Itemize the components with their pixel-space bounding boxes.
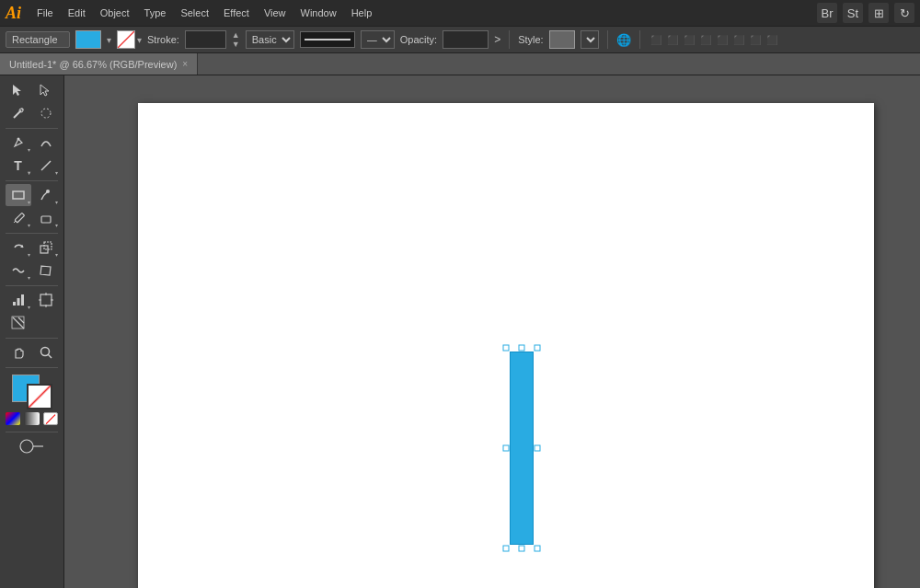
slice-tool-row [2, 312, 62, 334]
separator3 [639, 30, 640, 49]
align-bottom-icon[interactable]: ⬛ [731, 33, 746, 47]
distribute-v-icon[interactable]: ⬛ [765, 33, 779, 47]
left-toolbar: ▾ T ▾ ▾ ▾ ▾ [0, 75, 64, 588]
stroke-color-square-2[interactable] [27, 384, 52, 409]
stroke-color-swatch[interactable] [117, 30, 135, 49]
color-mode-gradient[interactable] [24, 412, 39, 425]
paintbrush-tool[interactable]: ▾ [33, 184, 59, 206]
align-center-h-icon[interactable]: ⬛ [665, 33, 680, 47]
pen-tool-row: ▾ [2, 132, 62, 154]
globe-icon[interactable]: 🌐 [616, 33, 631, 47]
rotate-tool[interactable]: ▾ [6, 236, 31, 259]
stock-button[interactable]: St [843, 3, 863, 23]
hand-tool[interactable] [6, 341, 31, 363]
svg-point-27 [20, 440, 33, 453]
menu-type[interactable]: Type [138, 5, 173, 21]
warp-distort-row: ▾ [2, 259, 62, 282]
toolbar-separator-3 [6, 233, 58, 234]
fill-dropdown-arrow[interactable]: ▾ [107, 35, 111, 45]
more-options-button[interactable]: > [494, 33, 500, 46]
handle-bottom-left[interactable] [503, 546, 510, 552]
symbol-sprayer-tool[interactable] [19, 435, 45, 457]
align-right-icon[interactable]: ⬛ [682, 33, 696, 47]
scale-tool[interactable]: ▾ [33, 236, 59, 259]
type-tool[interactable]: T ▾ [6, 155, 31, 177]
style-label: Style: [518, 34, 544, 45]
titlebar-right: Br St ⊞ ↻ [817, 3, 914, 23]
rectangle-tool[interactable]: ▾ [6, 184, 31, 206]
pencil-tool[interactable]: ▾ [6, 207, 31, 229]
svg-point-4 [41, 109, 51, 118]
tab-bar: Untitled-1* @ 66.67% (RGB/Preview) × [0, 53, 920, 75]
style-preview[interactable] [549, 30, 575, 49]
distribute-h-icon[interactable]: ⬛ [748, 33, 763, 47]
handle-top-left[interactable] [503, 345, 510, 352]
type-tool-row: T ▾ ▾ [2, 155, 62, 177]
color-squares[interactable] [12, 375, 52, 409]
svg-point-8 [46, 190, 50, 193]
toolbar-separator-5 [6, 338, 58, 339]
sync-icon[interactable]: ↻ [894, 3, 914, 23]
tab-close-button[interactable]: × [182, 59, 188, 69]
tab-untitled1[interactable]: Untitled-1* @ 66.67% (RGB/Preview) × [0, 53, 198, 75]
tool-name-display: Rectangle [6, 31, 70, 48]
pen-tool[interactable]: ▾ [6, 132, 31, 154]
free-distort-tool[interactable] [33, 259, 59, 282]
stroke-stepper[interactable]: ▲▼ [232, 30, 240, 49]
bridge-button[interactable]: Br [817, 3, 837, 23]
handle-bottom-center[interactable] [519, 546, 525, 552]
selected-shape-container[interactable] [510, 352, 534, 545]
selection-tool[interactable] [6, 79, 31, 101]
pencil-eraser-row: ▾ ▾ [2, 207, 62, 229]
handle-top-center[interactable] [519, 345, 525, 352]
opacity-input[interactable]: 100% [443, 30, 489, 49]
zoom-tool[interactable] [33, 341, 59, 363]
svg-rect-7 [13, 191, 24, 199]
app-logo: Ai [6, 4, 21, 23]
empty-slot [33, 312, 59, 334]
align-left-icon[interactable]: ⬛ [649, 33, 663, 47]
magic-wand-tool[interactable] [6, 102, 31, 124]
curvature-tool[interactable] [33, 132, 59, 154]
menu-view[interactable]: View [258, 5, 293, 21]
handle-bottom-right[interactable] [535, 546, 541, 552]
shape-tool-row: ▾ ▾ [2, 184, 62, 206]
artboard-tool[interactable] [33, 289, 59, 311]
style-dropdown[interactable]: ▾ [581, 30, 599, 49]
lasso-tool[interactable] [33, 102, 59, 124]
svg-point-5 [17, 138, 19, 141]
direct-selection-tool[interactable] [33, 79, 59, 101]
svg-line-10 [14, 221, 16, 223]
handle-mid-right[interactable] [535, 445, 541, 452]
menu-edit[interactable]: Edit [62, 5, 92, 21]
grid-icon[interactable]: ⊞ [868, 3, 889, 23]
align-top-icon[interactable]: ⬛ [698, 33, 713, 47]
separator1 [509, 30, 510, 49]
align-center-v-icon[interactable]: ⬛ [715, 33, 730, 47]
stroke-value-input[interactable] [185, 30, 226, 49]
canvas-area[interactable] [64, 75, 920, 588]
stroke-style-dropdown[interactable]: Basic [246, 30, 294, 49]
color-mode-color[interactable] [6, 412, 20, 425]
warp-tool[interactable]: ▾ [6, 259, 31, 282]
eraser-tool[interactable]: ▾ [33, 207, 59, 229]
menu-help[interactable]: Help [345, 5, 379, 21]
menu-window[interactable]: Window [294, 5, 343, 21]
main-area: ▾ T ▾ ▾ ▾ ▾ [0, 75, 920, 588]
graph-tool[interactable]: ▾ [6, 289, 31, 311]
blue-rectangle[interactable] [510, 352, 534, 545]
color-mode-none[interactable] [43, 412, 58, 425]
menu-file[interactable]: File [30, 5, 60, 21]
menu-select[interactable]: Select [174, 5, 215, 21]
menu-effect[interactable]: Effect [217, 5, 256, 21]
slice-tool[interactable] [6, 312, 31, 334]
fill-color-swatch[interactable] [75, 30, 101, 49]
handle-top-right[interactable] [535, 345, 541, 352]
toolbar-separator-7 [6, 432, 58, 432]
stroke-dropdown-arrow[interactable]: ▾ [137, 35, 142, 45]
handle-mid-left[interactable] [503, 445, 510, 452]
line-tool[interactable]: ▾ [33, 155, 59, 177]
menu-object[interactable]: Object [94, 5, 136, 21]
stroke-line-dropdown[interactable]: — [361, 30, 395, 49]
color-section [2, 371, 62, 429]
